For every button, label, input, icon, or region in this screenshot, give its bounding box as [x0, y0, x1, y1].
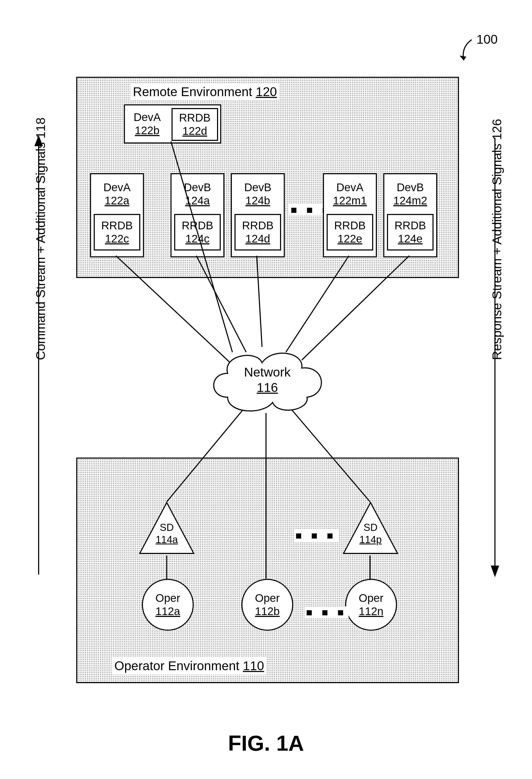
oper1-ref: 112a [155, 605, 180, 618]
dev5-ref: 124m2 [393, 194, 427, 207]
figure-ref-label: 100 [476, 32, 497, 47]
dev4-name: DevA [336, 181, 364, 194]
dev-box-1: DevA 122a RRDB 122c [90, 173, 144, 257]
dev-box-2: DevB 124a RRDB 124c [171, 173, 224, 257]
rrdb-4: RRDB 122e [327, 214, 373, 250]
rrdb-5: RRDB 124e [387, 214, 434, 250]
rrdb2-ref: 124c [185, 232, 209, 245]
svg-marker-17 [491, 565, 499, 577]
operator-env-title: Operator Environment 110 [112, 657, 267, 675]
dev5-name: DevB [397, 181, 424, 194]
network-name: Network [244, 365, 290, 380]
figure-title: FIG. 1A [0, 731, 532, 756]
op-env-title-prefix: Operator Environment [114, 659, 243, 673]
remote-env-title-prefix: Remote Environment [133, 85, 256, 99]
rrdb-3: RRDB 124d [235, 214, 281, 250]
remote-env-title-ref: 120 [256, 85, 277, 99]
dev-box-3: DevB 124b RRDB 124d [231, 173, 285, 257]
sd-triangle-2: SD 114p [341, 500, 400, 557]
rrdb5-ref: 124e [398, 232, 422, 245]
sd1-name: SD [160, 522, 174, 534]
rrdb2-name: RRDB [182, 219, 213, 232]
oper3-name: Oper [359, 592, 383, 605]
rrdb5-name: RRDB [394, 219, 426, 232]
dev-top-ref: 122b [135, 124, 159, 137]
oper1-name: Oper [155, 592, 180, 605]
right-arrow-label: Response Stream + Additional Signals 126 [490, 119, 504, 360]
sd-triangle-1: SD 114a [138, 500, 196, 557]
dev-top-label-area: DevA 122b [125, 105, 170, 142]
rrdb4-ref: 122e [337, 232, 362, 245]
diagram-page: 100 Remote Environment 120 DevA 122b RRD… [0, 0, 532, 779]
oper-circle-3: Oper 112n [345, 579, 397, 631]
oper2-name: Oper [255, 592, 279, 605]
rrdb-1: RRDB 122c [94, 214, 140, 250]
dev1-ref: 122a [105, 194, 129, 207]
operator-environment: Operator Environment 110 [76, 458, 459, 683]
oper-circle-1: Oper 112a [142, 579, 194, 631]
oper3-ref: 112n [359, 605, 383, 618]
dev-box-4: DevA 122m1 RRDB 122e [323, 173, 377, 257]
rrdb3-ref: 124d [245, 232, 270, 245]
rrdb-2: RRDB 124c [174, 214, 221, 250]
op-env-title-ref: 110 [243, 659, 264, 673]
oper2-ref: 112b [255, 605, 279, 618]
dev-box-5: DevB 124m2 RRDB 124e [383, 173, 437, 257]
dev4-ref: 122m1 [333, 194, 367, 207]
dev-top-name: DevA [134, 111, 161, 124]
network-cloud: Network 116 [204, 344, 331, 416]
ellipsis-oper: ■ ■ ■ [305, 606, 348, 618]
rrdb-top-ref: 122d [182, 124, 207, 138]
left-arrow-label: Command Stream + Additional Signals 118 [34, 117, 48, 360]
oper-circle-2: Oper 112b [242, 579, 293, 631]
dev1-name: DevA [104, 181, 131, 194]
dev-box-top: DevA 122b RRDB 122d [124, 104, 221, 143]
svg-marker-0 [460, 56, 466, 60]
remote-environment: Remote Environment 120 DevA 122b RRDB 12… [76, 77, 459, 278]
rrdb-top: RRDB 122d [172, 108, 218, 141]
sd2-ref: 114p [359, 534, 382, 546]
rrdb1-name: RRDB [101, 219, 133, 232]
dev3-ref: 124b [245, 194, 270, 207]
rrdb1-ref: 122c [105, 232, 129, 245]
rrdb3-name: RRDB [242, 219, 273, 232]
dev2-ref: 124a [185, 194, 210, 207]
sd1-ref: 114a [156, 534, 178, 546]
ellipsis-sd: ■ ■ ■ [294, 530, 338, 541]
rrdb-top-name: RRDB [179, 111, 210, 124]
remote-env-title: Remote Environment 120 [130, 83, 279, 101]
network-label-area: Network 116 [204, 344, 331, 416]
dev3-name: DevB [244, 181, 272, 194]
sd2-name: SD [364, 522, 378, 534]
network-ref: 116 [257, 380, 278, 395]
dev2-name: DevB [184, 181, 211, 194]
rrdb4-name: RRDB [334, 219, 365, 232]
